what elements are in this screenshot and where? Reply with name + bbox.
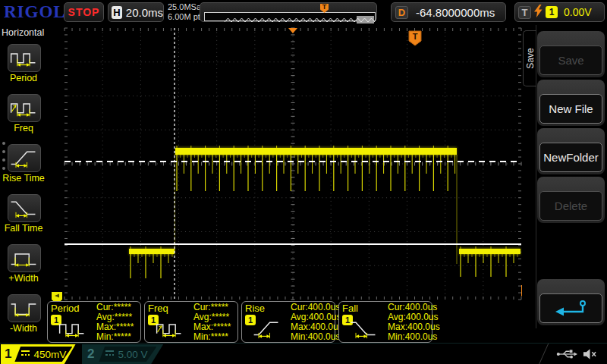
period-icon bbox=[8, 59, 39, 72]
measurement-title: Freq bbox=[148, 303, 168, 314]
menu-button-new-file[interactable]: New File bbox=[537, 80, 605, 126]
timebase-value: 20.0ms bbox=[126, 6, 163, 19]
sidebar-item-label: Freq bbox=[0, 123, 47, 133]
measurement-values: Cur:400.0us Avg:400.0us Max:400.0us Min:… bbox=[388, 303, 440, 342]
waveform-burst bbox=[459, 249, 521, 254]
rise-time-icon bbox=[251, 315, 281, 344]
waveform-burst bbox=[175, 148, 457, 155]
period-icon bbox=[57, 315, 87, 344]
measurement-values: Cur:***** Avg:***** Max:***** Min:***** bbox=[193, 303, 231, 342]
menu-button-label: New File bbox=[539, 94, 602, 124]
dc-coupling-icon bbox=[105, 350, 114, 358]
system-icons bbox=[556, 348, 597, 363]
channel-2-label[interactable]: 2 5.00 V bbox=[82, 344, 168, 364]
speaker-muted-icon bbox=[583, 348, 597, 363]
sidebar-item-fall-time[interactable] bbox=[8, 194, 41, 222]
menu-tab-save: Save bbox=[523, 30, 536, 86]
freq-icon bbox=[8, 109, 39, 122]
save-menu-panel: Save SaveNew FileNewFolderDelete bbox=[522, 25, 607, 345]
menu-scroll-dot bbox=[2, 158, 5, 162]
menu-button-label: Delete bbox=[539, 191, 602, 221]
delay-badge: D bbox=[395, 6, 408, 19]
center-position-triangle-icon bbox=[288, 28, 297, 33]
rise-time-icon bbox=[8, 159, 39, 172]
scope-display: T bbox=[64, 28, 521, 300]
statusbar-divider bbox=[539, 344, 549, 364]
sidebar-item-label: Period bbox=[0, 73, 47, 83]
trigger-flag-label: T bbox=[413, 32, 418, 41]
menu-button-delete[interactable]: Delete bbox=[537, 177, 605, 223]
sidebar-item-label: +Width bbox=[0, 273, 47, 284]
fall-time-icon bbox=[8, 209, 39, 222]
menu-scroll-dot bbox=[2, 150, 5, 153]
memory-waveform-strip bbox=[204, 12, 376, 21]
freq-icon bbox=[154, 315, 184, 344]
delay-value: -64.8000000ms bbox=[416, 6, 495, 19]
bottom-status-bar: 1 450mV 2 5.00 V bbox=[0, 343, 607, 364]
horizontal-timebase-box[interactable]: H 20.0ms bbox=[108, 2, 164, 22]
menu-button-return[interactable] bbox=[537, 279, 605, 325]
rigol-logo: RIGOL bbox=[4, 2, 66, 22]
oscilloscope-screen: RIGOL STOP H 20.0ms 25.0MSa/s 6.00M pts … bbox=[0, 0, 607, 364]
sidebar-item-period[interactable] bbox=[8, 44, 41, 72]
channel-2-scale: 5.00 V bbox=[118, 349, 147, 360]
sidebar-item-label: Fall Time bbox=[0, 223, 47, 234]
measurement-values: Cur:400.0us Avg:400.0us Max:400.0us Min:… bbox=[291, 303, 343, 342]
memory-position-bar: T bbox=[200, 2, 377, 22]
menu-button-label: NewFolder bbox=[539, 143, 602, 172]
measurement-title: Fall bbox=[342, 303, 358, 314]
plus-width-icon bbox=[8, 259, 39, 272]
return-arrow-icon bbox=[539, 293, 602, 323]
memory-waveform-preview bbox=[205, 16, 375, 24]
sidebar-item--width[interactable] bbox=[8, 294, 41, 322]
menu-button-newfolder[interactable]: NewFolder bbox=[537, 128, 605, 174]
measurement-box-fall[interactable]: Fall1 Cur:400.0us Avg:400.0us Max:400.0u… bbox=[338, 301, 432, 343]
waveform-burst bbox=[129, 249, 175, 254]
rising-edge-icon bbox=[534, 5, 543, 20]
fall-time-icon bbox=[348, 315, 379, 344]
channel-1-scale: 450mV bbox=[33, 349, 66, 360]
menu-scroll-dot bbox=[2, 167, 5, 170]
menu-scroll-dot bbox=[2, 142, 5, 145]
horizontal-badge: H bbox=[112, 6, 122, 19]
channel-1-label[interactable]: 1 450mV bbox=[1, 344, 81, 364]
menu-button-label: Save bbox=[539, 46, 602, 75]
measurement-title: Period bbox=[51, 303, 80, 314]
measurement-box-rise[interactable]: Rise1 Cur:400.0us Avg:400.0us Max:400.0u… bbox=[241, 301, 335, 343]
dc-coupling-icon bbox=[21, 350, 30, 358]
trigger-level-value: 0.00V bbox=[564, 6, 592, 18]
top-status-bar: RIGOL STOP H 20.0ms 25.0MSa/s 6.00M pts … bbox=[0, 0, 607, 25]
sidebar-item--width[interactable] bbox=[8, 244, 41, 272]
menu-button-save[interactable]: Save bbox=[537, 31, 605, 77]
sidebar-item-rise-time[interactable] bbox=[8, 144, 41, 172]
measurement-box-freq[interactable]: Freq1 Cur:***** Avg:***** Max:***** Min:… bbox=[144, 301, 238, 343]
measurement-title: Rise bbox=[245, 303, 265, 314]
trigger-source-channel-badge: 1 bbox=[546, 6, 558, 18]
sidebar-item-label: -Width bbox=[0, 323, 47, 334]
trigger-delay-box: D -64.8000000ms bbox=[391, 2, 506, 22]
sidebar-item-label: Rise Time bbox=[0, 173, 47, 184]
sidebar-title: Horizontal bbox=[2, 27, 44, 38]
channel-2-number: 2 bbox=[87, 347, 94, 362]
measurement-values: Cur:***** Avg:***** Max:***** Min:***** bbox=[96, 303, 134, 342]
run-state-indicator: STOP bbox=[64, 2, 104, 22]
trigger-info-box[interactable]: T 1 0.00V bbox=[514, 2, 605, 22]
sidebar-item-freq[interactable] bbox=[8, 94, 41, 122]
usb-icon bbox=[556, 349, 577, 362]
measurement-box-period[interactable]: Period1 Cur:***** Avg:***** Max:***** Mi… bbox=[47, 301, 141, 343]
minus-width-icon bbox=[8, 309, 39, 322]
trigger-badge: T bbox=[518, 6, 531, 19]
channel-1-number: 1 bbox=[5, 347, 11, 362]
